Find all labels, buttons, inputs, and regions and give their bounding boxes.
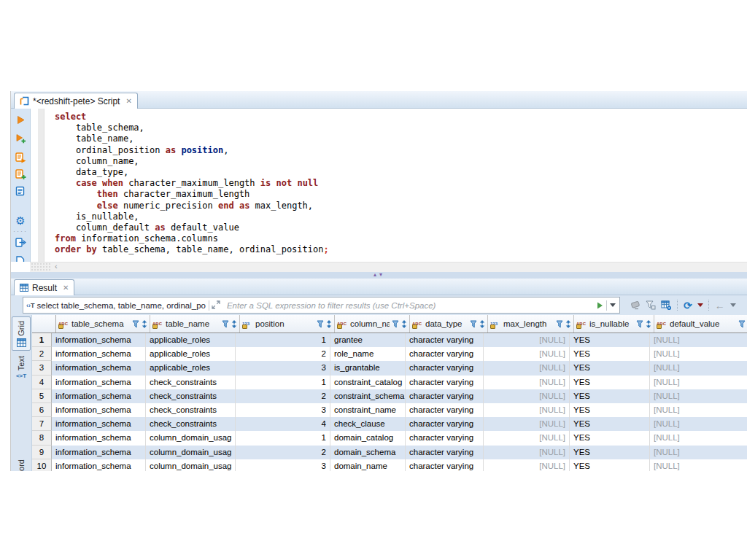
cell-column_name[interactable]: constraint_name	[330, 403, 406, 417]
cell-is_nullable[interactable]: YES	[570, 417, 650, 431]
cell-table_schema[interactable]: information_schema	[52, 333, 146, 347]
erase-filter-icon[interactable]	[630, 300, 640, 310]
cell-table_name[interactable]: column_domain_usag	[146, 459, 236, 471]
cell-data_type[interactable]: character varying	[406, 361, 484, 375]
presentation-tab-text[interactable]: Text<>T	[12, 352, 31, 382]
cell-position[interactable]: 3	[236, 361, 330, 375]
cell-column_name[interactable]: grantee	[330, 333, 406, 347]
cell-default_value[interactable]: [NULL]	[650, 417, 747, 431]
column-header-max_length[interactable]: 123max_length	[488, 315, 574, 332]
column-header-default_value[interactable]: ABCdefault_value	[654, 315, 747, 332]
cell-position[interactable]: 2	[236, 347, 330, 361]
apply-filter-icon[interactable]	[597, 302, 603, 309]
row-number[interactable]: 8	[32, 431, 52, 445]
cell-position[interactable]: 1	[236, 333, 330, 347]
editor-hscrollbar[interactable]: ‹	[11, 262, 747, 272]
column-header-column_name[interactable]: ABCcolumn_name	[335, 315, 410, 332]
export-data-icon[interactable]	[15, 237, 26, 249]
cell-position[interactable]: 2	[236, 389, 330, 403]
cell-table_name[interactable]: applicable_roles	[146, 361, 236, 375]
cell-data_type[interactable]: character varying	[406, 403, 484, 417]
filter-input[interactable]: ‹›T select table_schema, table_name, ord…	[23, 297, 620, 314]
execute-script-icon[interactable]	[15, 152, 26, 163]
column-filter-icon[interactable]	[317, 320, 324, 328]
cell-position[interactable]: 2	[236, 446, 330, 459]
cell-data_type[interactable]: character varying	[406, 389, 484, 403]
cell-table_schema[interactable]: information_schema	[52, 431, 146, 445]
fetch-back-icon[interactable]: ←	[715, 300, 725, 311]
row-number[interactable]: 7	[32, 417, 52, 431]
cell-default_value[interactable]: [NULL]	[650, 333, 747, 347]
cell-default_value[interactable]: [NULL]	[650, 403, 747, 417]
cell-table_schema[interactable]: information_schema	[52, 446, 146, 459]
cell-default_value[interactable]: [NULL]	[650, 361, 747, 375]
column-filter-icon[interactable]	[636, 320, 643, 328]
cell-position[interactable]: 1	[236, 431, 330, 445]
cell-table_schema[interactable]: information_schema	[52, 459, 146, 471]
hscroll-track[interactable]	[30, 262, 747, 272]
cell-is_nullable[interactable]: YES	[570, 347, 650, 361]
sql-code[interactable]: select table_schema, table_name, ordinal…	[44, 109, 747, 262]
cell-table_name[interactable]: check_constraints	[146, 389, 236, 403]
cell-is_nullable[interactable]: YES	[570, 446, 650, 459]
result-tab[interactable]: Result ✕	[14, 279, 74, 295]
row-number[interactable]: 2	[32, 347, 52, 361]
filter-history-dropdown-icon[interactable]	[610, 303, 616, 307]
cell-default_value[interactable]: [NULL]	[650, 431, 747, 445]
result-tab-close-icon[interactable]: ✕	[63, 284, 69, 292]
cell-table_name[interactable]: check_constraints	[146, 376, 236, 389]
cell-default_value[interactable]: [NULL]	[650, 347, 747, 361]
column-sort-icon[interactable]	[646, 320, 651, 328]
editor-tab-close-icon[interactable]: ✕	[125, 97, 131, 105]
editor-tab[interactable]: *<redshift-pete> Script ✕	[14, 93, 138, 109]
cell-data_type[interactable]: character varying	[406, 446, 484, 459]
cell-max_length[interactable]: [NULL]	[484, 403, 570, 417]
cell-is_nullable[interactable]: YES	[570, 403, 650, 417]
cell-table_schema[interactable]: information_schema	[52, 376, 146, 389]
refresh-icon[interactable]: ⟳	[684, 300, 692, 311]
column-header-data_type[interactable]: ABCdata_type	[410, 315, 488, 332]
execute-statement-icon[interactable]	[15, 114, 26, 125]
expand-filter-panel-icon[interactable]	[209, 300, 222, 311]
cell-max_length[interactable]: [NULL]	[484, 431, 570, 445]
row-number[interactable]: 10	[32, 459, 52, 471]
cell-column_name[interactable]: domain_name	[330, 459, 406, 471]
cell-default_value[interactable]: [NULL]	[650, 446, 747, 459]
cell-max_length[interactable]: [NULL]	[484, 361, 570, 375]
cell-max_length[interactable]: [NULL]	[484, 347, 570, 361]
column-header-position[interactable]: 123position	[240, 315, 335, 332]
cell-data_type[interactable]: character varying	[406, 347, 484, 361]
explain-plan-icon[interactable]	[15, 185, 26, 197]
column-filter-icon[interactable]	[470, 320, 477, 328]
cell-is_nullable[interactable]: YES	[570, 333, 650, 347]
cell-is_nullable[interactable]: YES	[570, 361, 650, 375]
column-filter-icon[interactable]	[392, 320, 399, 328]
cell-data_type[interactable]: character varying	[406, 459, 484, 471]
cell-max_length[interactable]: [NULL]	[484, 446, 570, 459]
cell-data_type[interactable]: character varying	[406, 376, 484, 389]
column-header-table_name[interactable]: ABCtable_name	[150, 315, 240, 332]
cell-position[interactable]: 4	[236, 417, 330, 431]
cell-column_name[interactable]: constraint_catalog	[330, 376, 406, 389]
column-filter-icon[interactable]	[738, 320, 746, 328]
cell-is_nullable[interactable]: YES	[570, 431, 650, 445]
cell-column_name[interactable]: check_clause	[330, 417, 406, 431]
refresh-dropdown-icon[interactable]	[697, 303, 703, 307]
cell-table_schema[interactable]: information_schema	[52, 347, 146, 361]
cell-table_schema[interactable]: information_schema	[52, 417, 146, 431]
row-number[interactable]: 3	[32, 361, 52, 375]
hscroll-grip[interactable]	[31, 262, 51, 271]
sash-minimize-icon[interactable]: ▾	[379, 271, 385, 278]
cell-column_name[interactable]: domain_schema	[330, 446, 406, 459]
cell-max_length[interactable]: [NULL]	[484, 376, 570, 389]
cell-table_schema[interactable]: information_schema	[52, 403, 146, 417]
cell-column_name[interactable]: constraint_schema	[330, 389, 406, 403]
column-header-is_nullable[interactable]: ABCis_nullable	[574, 315, 654, 332]
presentation-tab-ord[interactable]: ord	[12, 456, 31, 471]
column-sort-icon[interactable]	[565, 320, 571, 328]
sash-maximize-icon[interactable]: ▴	[374, 271, 379, 278]
cell-max_length[interactable]: [NULL]	[484, 459, 570, 471]
cell-table_schema[interactable]: information_schema	[52, 389, 146, 403]
cell-table_name[interactable]: check_constraints	[146, 403, 236, 417]
cell-position[interactable]: 1	[236, 376, 330, 389]
